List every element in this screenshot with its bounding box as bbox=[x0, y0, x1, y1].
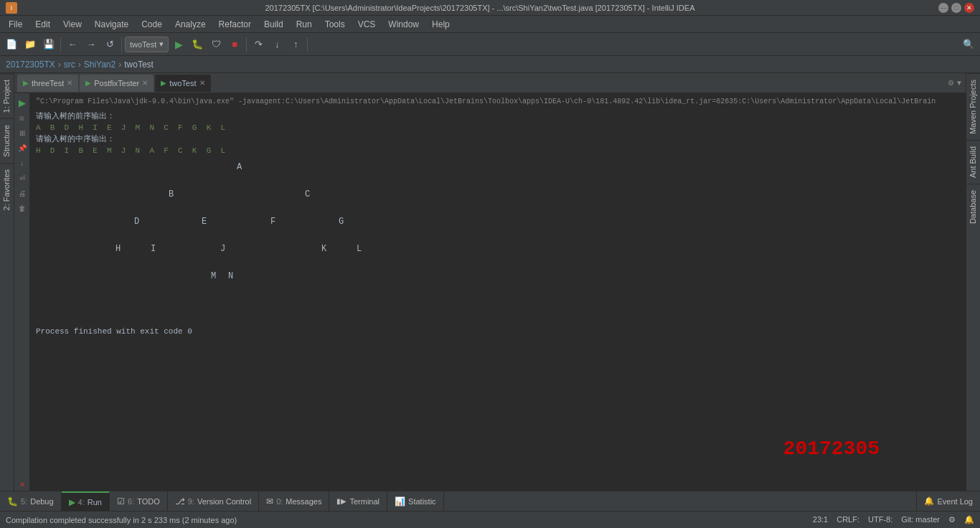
event-log-label: Event Log bbox=[937, 497, 973, 506]
scroll-end-button[interactable]: ↓ bbox=[16, 156, 29, 169]
search-everywhere[interactable]: 🔍 bbox=[960, 36, 977, 53]
menu-item-navigate[interactable]: Navigate bbox=[89, 18, 134, 31]
menu-item-tools[interactable]: Tools bbox=[319, 18, 351, 31]
left-panels: 1: Project Structure 2: Favorites bbox=[0, 73, 14, 491]
window-title: 20172305TX [C:\Users\Administrator\IdeaP… bbox=[22, 4, 938, 12]
right-sidebar: Maven Projects Ant Build Database bbox=[966, 73, 980, 491]
todo-tab-label: TODO bbox=[137, 497, 160, 506]
run-button[interactable]: ▶ bbox=[170, 36, 187, 53]
menu-item-run[interactable]: Run bbox=[291, 18, 318, 31]
line-ending[interactable]: CRLF: bbox=[837, 515, 859, 524]
menu-item-analyze[interactable]: Analyze bbox=[169, 18, 212, 31]
stop-run-button[interactable]: ■ bbox=[16, 111, 29, 124]
coverage-button[interactable]: 🛡 bbox=[207, 36, 225, 53]
save-all-button[interactable]: 💾 bbox=[40, 36, 57, 53]
toolbar: 📄 📁 💾 ← → ↺ twoTest ▾ ▶ 🐛 🛡 ■ ↷ ↓ ↑ 🔍 bbox=[0, 33, 980, 56]
rerun-button[interactable]: ▶ bbox=[16, 96, 29, 109]
cursor-position[interactable]: 23:1 bbox=[813, 515, 828, 524]
close-run-button[interactable]: ✕ bbox=[16, 478, 29, 491]
status-message: Compilation completed successfully in 2 … bbox=[6, 516, 237, 524]
run-tabs: ▶ threeTest ✕ ▶ PostfixTester ✕ ▶ twoTes… bbox=[14, 73, 966, 93]
run-config-dropdown[interactable]: twoTest ▾ bbox=[125, 37, 169, 52]
run-icon-2: ▶ bbox=[85, 79, 91, 87]
debug-button[interactable]: 🐛 bbox=[189, 36, 206, 53]
structure-panel-label[interactable]: Structure bbox=[0, 118, 14, 163]
run-icon-3: ▶ bbox=[161, 79, 166, 87]
tree-node-C: C bbox=[305, 189, 310, 199]
refresh-button[interactable]: ↺ bbox=[101, 36, 118, 53]
database-panel[interactable]: Database bbox=[966, 184, 980, 230]
open-button[interactable]: 📁 bbox=[22, 36, 39, 53]
breadcrumb-current-file[interactable]: twoTest bbox=[124, 60, 154, 70]
debug-icon: 🐛 bbox=[7, 496, 18, 506]
vcs-settings[interactable]: ⚙ bbox=[948, 515, 956, 524]
pin-button[interactable]: 📌 bbox=[16, 141, 29, 154]
tree-node-J: J bbox=[220, 244, 225, 254]
terminal-tab[interactable]: ▮▶ Terminal bbox=[329, 491, 387, 512]
step-into-button[interactable]: ↓ bbox=[268, 36, 286, 53]
minimize-button[interactable]: — bbox=[938, 3, 948, 13]
print-button[interactable]: 🖨 bbox=[16, 187, 29, 199]
close-button[interactable]: ✕ bbox=[964, 3, 974, 13]
tab-settings-gear[interactable]: ⚙ bbox=[948, 79, 954, 87]
menu-item-file[interactable]: File bbox=[3, 18, 28, 31]
menu-item-help[interactable]: Help bbox=[426, 18, 456, 31]
tab-label: threeTest bbox=[32, 79, 64, 88]
restore-layout-button[interactable]: ⊞ bbox=[16, 126, 29, 139]
tab-twotest[interactable]: ▶ twoTest ✕ bbox=[155, 75, 210, 92]
tab-close-2[interactable]: ✕ bbox=[142, 79, 148, 87]
maven-projects-panel[interactable]: Maven Projects bbox=[966, 73, 980, 140]
ant-build-panel[interactable]: Ant Build bbox=[966, 140, 980, 184]
stop-button[interactable]: ■ bbox=[226, 36, 243, 53]
statistic-tab-label: Statistic bbox=[408, 497, 436, 506]
clear-button[interactable]: 🗑 bbox=[16, 202, 29, 214]
notifications[interactable]: 🔔 bbox=[964, 515, 974, 524]
vcs-tab-label: Version Control bbox=[197, 497, 251, 506]
menu-item-code[interactable]: Code bbox=[136, 18, 168, 31]
menu-item-view[interactable]: View bbox=[57, 18, 88, 31]
encoding[interactable]: UTF-8: bbox=[868, 515, 892, 524]
breadcrumb-shiyan2[interactable]: ShiYan2 bbox=[84, 60, 116, 70]
dropdown-arrow: ▾ bbox=[159, 39, 164, 49]
breadcrumb-src[interactable]: src bbox=[64, 60, 75, 70]
project-panel-label[interactable]: 1: Project bbox=[0, 73, 14, 118]
tab-scroll-arrow[interactable]: ▼ bbox=[956, 79, 963, 87]
tab-close-3[interactable]: ✕ bbox=[199, 79, 205, 87]
todo-tab[interactable]: ☑ 6: TODO bbox=[110, 491, 168, 512]
event-log-tab[interactable]: 🔔 Event Log bbox=[916, 491, 980, 512]
messages-tab-label: Messages bbox=[286, 497, 321, 506]
tab-threetest[interactable]: ▶ threeTest ✕ bbox=[17, 75, 78, 92]
favorites-panel-label[interactable]: 2: Favorites bbox=[0, 163, 14, 216]
preorder-value: A B D H I E J M N C F G K L bbox=[36, 122, 960, 133]
tree-node-L: L bbox=[357, 244, 362, 254]
breadcrumb: 20172305TX › src › ShiYan2 › twoTest bbox=[0, 56, 980, 73]
menu-item-refactor[interactable]: Refactor bbox=[213, 18, 257, 31]
run-tab-bottom[interactable]: ▶ 4: Run bbox=[62, 491, 110, 512]
status-bar: Compilation completed successfully in 2 … bbox=[0, 511, 980, 528]
messages-tab[interactable]: ✉ 0: Messages bbox=[259, 491, 329, 512]
menu-item-vcs[interactable]: VCS bbox=[352, 18, 382, 31]
forward-button[interactable]: → bbox=[83, 36, 100, 53]
debug-tab[interactable]: 🐛 5: Debug bbox=[0, 491, 62, 512]
step-over-button[interactable]: ↷ bbox=[250, 36, 267, 53]
step-out-button[interactable]: ↑ bbox=[287, 36, 304, 53]
use-soft-wraps-button[interactable]: ⏎ bbox=[16, 171, 29, 184]
tab-close[interactable]: ✕ bbox=[67, 79, 72, 87]
menu-bar: FileEditViewNavigateCodeAnalyzeRefactorB… bbox=[0, 16, 980, 33]
tab-postfixtest[interactable]: ▶ PostfixTester ✕ bbox=[80, 75, 154, 92]
new-file-button[interactable]: 📄 bbox=[3, 36, 20, 53]
app-icon: I bbox=[6, 2, 17, 14]
preorder-label: 请输入树的前序输出： bbox=[36, 110, 960, 122]
maximize-button[interactable]: □ bbox=[951, 3, 961, 13]
menu-item-window[interactable]: Window bbox=[382, 18, 425, 31]
tree-node-B: B bbox=[169, 189, 174, 199]
menu-item-edit[interactable]: Edit bbox=[29, 18, 56, 31]
tree-node-A: A bbox=[237, 162, 242, 172]
breadcrumb-project[interactable]: 20172305TX bbox=[6, 60, 55, 70]
vcs-tab[interactable]: ⎇ 9: Version Control bbox=[168, 491, 259, 512]
back-button[interactable]: ← bbox=[64, 36, 81, 53]
vcs-status[interactable]: Git: master bbox=[901, 515, 940, 524]
menu-item-build[interactable]: Build bbox=[258, 18, 289, 31]
title-bar: I 20172305TX [C:\Users\Administrator\Ide… bbox=[0, 0, 980, 16]
statistic-tab[interactable]: 📊 Statistic bbox=[387, 491, 444, 512]
